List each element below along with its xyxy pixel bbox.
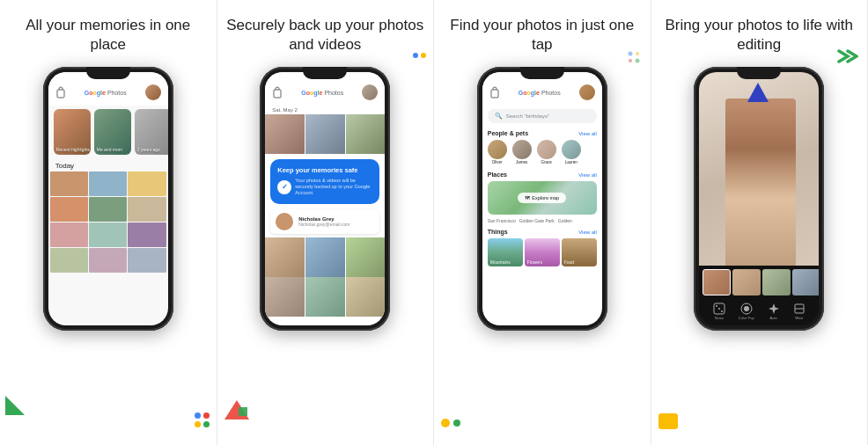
panel-search-title: Find your photos in just one tap bbox=[443, 16, 642, 55]
thing-food: Food bbox=[562, 238, 597, 266]
bag-icon bbox=[55, 86, 66, 98]
panel-backup: Securely back up your photos and videos bbox=[217, 0, 435, 445]
svg-marker-16 bbox=[769, 303, 779, 314]
phone-notch bbox=[86, 67, 130, 79]
thumb-3[interactable] bbox=[762, 269, 791, 295]
noise-icon bbox=[713, 303, 725, 315]
thumb-1[interactable] bbox=[702, 269, 731, 295]
person-grace: Grace bbox=[537, 140, 556, 164]
grid-photo bbox=[89, 171, 127, 196]
svg-point-11 bbox=[716, 305, 717, 307]
panel-memories: All your memories in one place bbox=[0, 0, 217, 445]
search-bar[interactable]: 🔍 Search "birthdays" bbox=[488, 109, 597, 123]
backup-avatar bbox=[362, 84, 378, 100]
backup-card-body: Your photos & videos will be securely ba… bbox=[277, 178, 372, 196]
places-section-header: Places View all bbox=[482, 168, 602, 179]
thumb-4[interactable] bbox=[792, 269, 819, 295]
grid-photo bbox=[89, 197, 127, 222]
people-section-header: People & pets View all bbox=[482, 127, 602, 138]
edit-thumbnails bbox=[699, 266, 819, 299]
map-icon: 🗺 bbox=[525, 195, 530, 201]
things-grid: Mountains Flowers Food bbox=[482, 237, 602, 268]
things-view-all[interactable]: View all bbox=[578, 230, 597, 235]
west-label: West bbox=[795, 316, 803, 320]
person-in-photo bbox=[725, 98, 796, 266]
grace-face bbox=[537, 140, 556, 159]
person-row: Nicholas Grey Nicholas.grey@email.com bbox=[270, 209, 379, 234]
phone-backup-wrapper: Google Photos Sat, May 2 Keep your memor… bbox=[260, 67, 390, 436]
tool-west[interactable]: West bbox=[793, 303, 805, 320]
location-golden: Golden bbox=[558, 218, 572, 223]
noise-label: Noise bbox=[715, 316, 724, 320]
svg-point-15 bbox=[744, 306, 749, 311]
phone-notch-3 bbox=[520, 67, 564, 79]
deco-rect-yellow bbox=[658, 413, 678, 429]
location-sf: San Francisco bbox=[488, 218, 516, 223]
party-hat bbox=[747, 83, 769, 102]
james-face bbox=[512, 140, 532, 159]
svg-rect-9 bbox=[491, 90, 498, 98]
svg-rect-4 bbox=[274, 90, 281, 98]
deco-dots-search-bl bbox=[441, 419, 460, 427]
oliver-face bbox=[488, 140, 507, 159]
check-icon bbox=[277, 180, 291, 194]
phone-editing: Noise Color Pop Auto bbox=[694, 67, 824, 331]
person-info: Nicholas Grey Nicholas.grey@email.com bbox=[298, 216, 349, 227]
backup-photo-9 bbox=[346, 277, 386, 317]
phone-search: Google Photos 🔍 Search "birthdays" Peopl… bbox=[477, 67, 607, 331]
chip-years-label: 2 years ago bbox=[137, 147, 160, 152]
colorpop-label: Color Pop bbox=[739, 316, 754, 320]
panel-backup-title: Securely back up your photos and videos bbox=[226, 16, 425, 55]
phone-search-wrapper: Google Photos 🔍 Search "birthdays" Peopl… bbox=[477, 67, 607, 436]
date-label: Sat, May 2 bbox=[265, 106, 385, 114]
tool-colorpop[interactable]: Color Pop bbox=[739, 303, 754, 320]
grid-photo bbox=[128, 248, 166, 273]
places-map: 🗺 Explore map bbox=[488, 181, 597, 215]
tool-noise[interactable]: Noise bbox=[713, 303, 725, 320]
panel-search: Find your photos in just one tap bbox=[434, 0, 651, 445]
things-section-header: Things View all bbox=[482, 225, 602, 237]
explore-map-button[interactable]: 🗺 Explore map bbox=[518, 193, 566, 203]
main-edit-photo bbox=[699, 72, 819, 266]
person-email: Nicholas.grey@email.com bbox=[298, 222, 349, 227]
james-name: James bbox=[516, 160, 527, 164]
google-photos-logo: Google Photos bbox=[85, 90, 127, 96]
svg-rect-1 bbox=[57, 90, 64, 98]
svg-point-8 bbox=[635, 59, 639, 63]
phone-editing-wrapper: Noise Color Pop Auto bbox=[694, 67, 824, 436]
grid-photo bbox=[128, 171, 166, 196]
backup-photo-6 bbox=[346, 237, 386, 277]
thing-food-label: Food bbox=[564, 259, 574, 265]
phone-memories-wrapper: Google Photos Recent highlights Me and m… bbox=[43, 67, 173, 436]
tool-auto[interactable]: Auto bbox=[768, 303, 780, 320]
thing-flowers: Flowers bbox=[525, 238, 560, 266]
svg-marker-2 bbox=[224, 400, 249, 419]
user-avatar bbox=[145, 84, 161, 100]
deco-shapes-bl bbox=[224, 400, 249, 423]
svg-marker-0 bbox=[5, 396, 25, 415]
backup-top-photos bbox=[265, 114, 385, 154]
deco-triangle-green bbox=[5, 396, 25, 419]
today-label: Today bbox=[48, 158, 168, 171]
backup-photo-7 bbox=[265, 277, 305, 317]
backup-photo-5 bbox=[305, 237, 345, 277]
person-oliver: Oliver bbox=[488, 140, 507, 164]
panel-editing-title: Bring your photos to life with editing bbox=[660, 16, 859, 55]
backup-photo-1 bbox=[265, 114, 305, 154]
oliver-name: Oliver bbox=[492, 160, 503, 164]
places-view-all[interactable]: View all bbox=[578, 172, 597, 178]
people-view-all[interactable]: View all bbox=[578, 131, 597, 136]
deco-dots-br bbox=[195, 412, 210, 427]
chip-mom-label: Me and mom bbox=[97, 147, 122, 152]
people-label: People & pets bbox=[488, 130, 528, 136]
backup-photo-8 bbox=[305, 277, 345, 317]
phone-backup: Google Photos Sat, May 2 Keep your memor… bbox=[260, 67, 390, 331]
backup-card-title: Keep your memories safe bbox=[277, 166, 372, 174]
lauren-name: Lauren bbox=[565, 160, 577, 164]
thumb-2[interactable] bbox=[732, 269, 761, 295]
auto-icon bbox=[768, 303, 780, 315]
panel-memories-title: All your memories in one place bbox=[9, 16, 208, 55]
places-label: Places bbox=[488, 171, 507, 178]
phone-memories: Google Photos Recent highlights Me and m… bbox=[43, 67, 173, 331]
phone-notch-4 bbox=[737, 67, 781, 79]
